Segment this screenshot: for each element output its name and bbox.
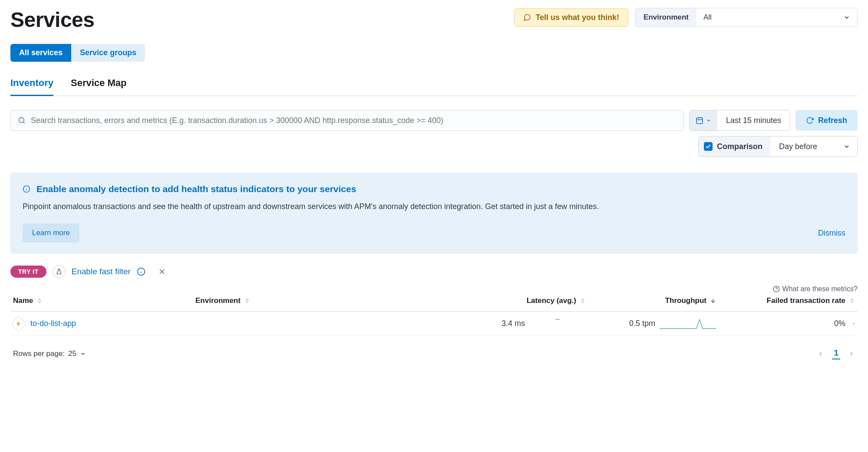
sort-icon bbox=[244, 298, 250, 304]
view-tabs: Inventory Service Map bbox=[10, 77, 858, 96]
fast-filter-close-button[interactable] bbox=[158, 267, 166, 276]
service-type-tabs: All services Service groups bbox=[10, 44, 145, 62]
tab-service-map[interactable]: Service Map bbox=[71, 77, 126, 96]
environment-value: All bbox=[703, 13, 712, 22]
service-type-icon bbox=[11, 316, 27, 332]
flask-icon bbox=[53, 265, 66, 278]
info-icon bbox=[137, 267, 145, 276]
pagination: 1 bbox=[817, 348, 855, 359]
chevron-down-icon bbox=[843, 143, 850, 150]
fast-filter-row: TRY IT Enable fast filter bbox=[10, 265, 858, 278]
next-page-button[interactable] bbox=[848, 350, 855, 357]
fast-filter-info-button[interactable] bbox=[137, 267, 145, 276]
rows-per-page-value: 25 bbox=[68, 349, 76, 358]
svg-line-1 bbox=[23, 122, 24, 123]
service-link[interactable]: to-do-list-app bbox=[30, 319, 76, 328]
refresh-button[interactable]: Refresh bbox=[795, 110, 858, 131]
comparison-label: Comparison bbox=[717, 142, 762, 151]
chevron-down-icon bbox=[843, 14, 850, 21]
search-wrapper bbox=[10, 110, 684, 131]
comparison-picker: Comparison Day before bbox=[698, 136, 858, 157]
environment-select[interactable]: All bbox=[696, 8, 857, 27]
latency-cell: 3.4 ms bbox=[334, 318, 586, 330]
sort-icon bbox=[36, 298, 43, 304]
learn-more-button[interactable]: Learn more bbox=[23, 223, 79, 243]
feedback-label: Tell us what you think! bbox=[535, 13, 619, 22]
sort-icon bbox=[849, 298, 855, 304]
comparison-select[interactable]: Day before bbox=[770, 136, 857, 156]
environment-picker: Environment All bbox=[635, 8, 858, 27]
chevron-down-icon bbox=[706, 118, 711, 123]
page-header: Services Tell us what you think! Environ… bbox=[10, 0, 858, 32]
header-actions: Tell us what you think! Environment All bbox=[514, 8, 858, 27]
comparison-value: Day before bbox=[779, 142, 817, 151]
metrics-help-label: What are these metrics? bbox=[782, 285, 858, 293]
time-range-value[interactable]: Last 15 minutes bbox=[717, 110, 790, 130]
callout-title-row: Enable anomaly detection to add health s… bbox=[23, 184, 845, 194]
comparison-checkbox bbox=[704, 142, 713, 151]
anomaly-callout: Enable anomaly detection to add health s… bbox=[10, 173, 858, 254]
rows-per-page-select[interactable]: Rows per page: 25 bbox=[13, 349, 86, 358]
sort-icon bbox=[580, 298, 586, 304]
time-range-picker: Last 15 minutes bbox=[689, 110, 790, 131]
refresh-icon bbox=[806, 116, 814, 124]
throughput-value: 0.5 tpm bbox=[629, 319, 655, 328]
service-cell: to-do-list-app bbox=[13, 318, 195, 329]
table-footer: Rows per page: 25 1 bbox=[10, 348, 858, 359]
comparison-toggle[interactable]: Comparison bbox=[699, 136, 770, 156]
chevron-left-icon bbox=[817, 350, 824, 357]
tab-service-groups[interactable]: Service groups bbox=[71, 44, 145, 62]
failed-sparkline-empty: - bbox=[850, 319, 855, 328]
search-input[interactable] bbox=[31, 116, 677, 125]
close-icon bbox=[158, 267, 166, 276]
callout-body: Pinpoint anomalous transactions and see … bbox=[23, 201, 845, 212]
table-row: to-do-list-app 3.4 ms 0.5 tpm 0% - bbox=[10, 312, 858, 336]
latency-value: 3.4 ms bbox=[502, 319, 525, 328]
sort-desc-icon bbox=[710, 298, 716, 304]
filter-bar: Last 15 minutes Refresh bbox=[10, 110, 858, 131]
page-number[interactable]: 1 bbox=[832, 348, 840, 359]
search-icon bbox=[18, 116, 26, 124]
tab-inventory[interactable]: Inventory bbox=[10, 77, 53, 96]
metrics-help-link[interactable]: What are these metrics? bbox=[10, 285, 858, 293]
throughput-sparkline bbox=[660, 318, 716, 330]
chevron-right-icon bbox=[848, 350, 855, 357]
rows-per-page-label: Rows per page: bbox=[13, 349, 65, 358]
callout-actions: Learn more Dismiss bbox=[23, 223, 845, 243]
chevron-down-icon bbox=[80, 351, 86, 357]
environment-label: Environment bbox=[636, 8, 696, 27]
chat-icon bbox=[523, 13, 531, 21]
help-icon bbox=[773, 286, 780, 292]
calendar-icon bbox=[696, 116, 703, 124]
latency-sparkline bbox=[529, 318, 586, 330]
refresh-label: Refresh bbox=[818, 116, 847, 125]
col-latency[interactable]: Latency (avg.) bbox=[334, 296, 586, 305]
dismiss-link[interactable]: Dismiss bbox=[818, 229, 845, 238]
enable-fast-filter-link[interactable]: Enable fast filter bbox=[72, 267, 131, 276]
failed-cell: 0% - bbox=[716, 319, 855, 328]
services-table: Name Environment Latency (avg.) Throughp… bbox=[10, 296, 858, 336]
page-title: Services bbox=[10, 8, 95, 32]
col-environment[interactable]: Environment bbox=[195, 296, 334, 305]
prev-page-button[interactable] bbox=[817, 350, 824, 357]
check-icon bbox=[705, 143, 711, 150]
comparison-row: Comparison Day before bbox=[10, 136, 858, 157]
time-range-quick-button[interactable] bbox=[690, 110, 717, 130]
info-icon bbox=[23, 185, 30, 193]
col-throughput[interactable]: Throughput bbox=[586, 296, 716, 305]
callout-title: Enable anomaly detection to add health s… bbox=[36, 184, 356, 194]
col-name[interactable]: Name bbox=[13, 296, 195, 305]
svg-point-0 bbox=[19, 117, 24, 123]
try-it-badge: TRY IT bbox=[10, 266, 46, 278]
feedback-button[interactable]: Tell us what you think! bbox=[514, 8, 628, 27]
table-header: Name Environment Latency (avg.) Throughp… bbox=[10, 296, 858, 312]
col-failed[interactable]: Failed transaction rate bbox=[716, 296, 855, 305]
svg-rect-2 bbox=[696, 118, 703, 124]
failed-value: 0% bbox=[834, 319, 845, 328]
throughput-cell: 0.5 tpm bbox=[586, 318, 716, 330]
tab-all-services[interactable]: All services bbox=[10, 44, 71, 62]
